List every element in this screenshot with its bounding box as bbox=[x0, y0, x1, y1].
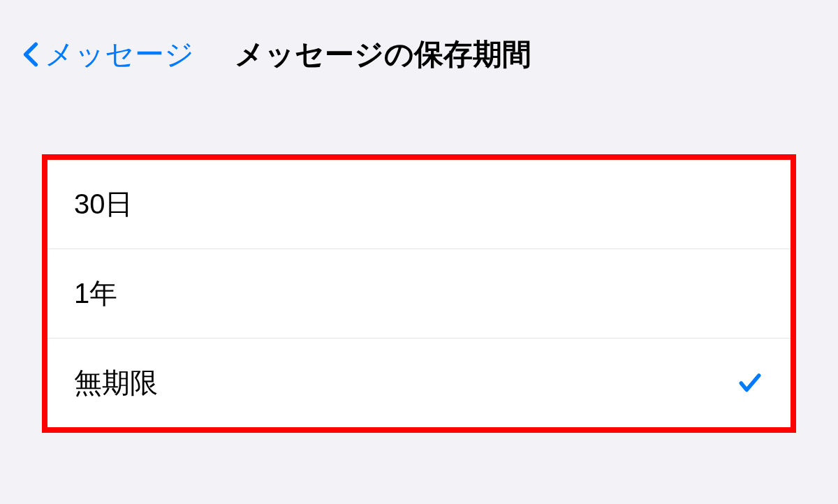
option-label: 無期限 bbox=[74, 364, 158, 402]
back-button[interactable]: メッセージ bbox=[21, 35, 194, 74]
option-forever[interactable]: 無期限 bbox=[47, 339, 791, 427]
option-label: 1年 bbox=[74, 274, 117, 313]
back-label: メッセージ bbox=[45, 35, 194, 74]
option-1year[interactable]: 1年 bbox=[47, 249, 791, 339]
check-icon bbox=[736, 369, 764, 397]
options-list: 30日 1年 無期限 bbox=[42, 154, 796, 433]
nav-header: メッセージ メッセージの保存期間 bbox=[0, 0, 838, 102]
page-title: メッセージの保存期間 bbox=[235, 35, 531, 74]
option-30days[interactable]: 30日 bbox=[47, 160, 791, 249]
chevron-left-icon bbox=[21, 39, 41, 70]
option-label: 30日 bbox=[74, 185, 133, 223]
